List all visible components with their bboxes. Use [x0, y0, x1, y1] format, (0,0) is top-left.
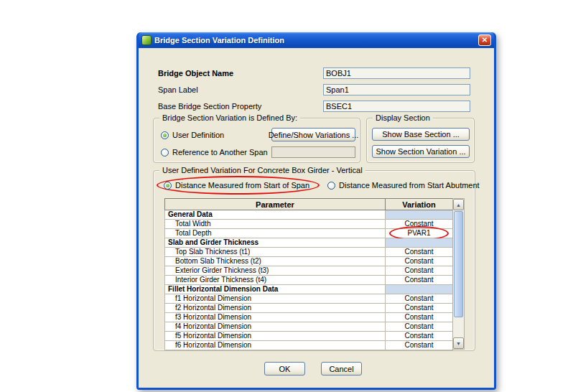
- show-base-section-button[interactable]: Show Base Section ...: [372, 128, 470, 141]
- group-display-section-title: Display Section: [373, 113, 433, 122]
- show-section-variation-button[interactable]: Show Section Variation ...: [372, 145, 470, 158]
- parameter-cell: f6 Horizontal Dimension: [165, 341, 386, 350]
- group-user-defined-variation: User Defined Variation For Concrete Box …: [153, 170, 475, 351]
- table-header-row: Parameter Variation: [165, 199, 453, 210]
- parameter-cell: Total Depth: [165, 229, 386, 238]
- scrollbar-down-icon[interactable]: ▼: [453, 337, 464, 349]
- variation-cell[interactable]: Constant: [386, 322, 453, 332]
- table-row[interactable]: f6 Horizontal DimensionConstant: [165, 341, 453, 350]
- table-row[interactable]: Exterior Girder Thickness (t3)Constant: [165, 266, 453, 276]
- group-user-defined-variation-title: User Defined Variation For Concrete Box …: [159, 166, 365, 174]
- field-row-base-section: Base Bridge Section Property BSEC1: [158, 101, 470, 112]
- radio-start-of-span-label: Distance Measured from Start of Span: [175, 181, 309, 190]
- parameter-cell: Bottom Slab Thickness (t2): [165, 257, 386, 266]
- cancel-button[interactable]: Cancel: [321, 362, 362, 375]
- table-scrollbar[interactable]: ▲ ▼: [452, 198, 465, 350]
- table-row[interactable]: f1 Horizontal DimensionConstant: [165, 294, 453, 304]
- radio-distance-start-of-span[interactable]: Distance Measured from Start of Span: [164, 181, 309, 190]
- variation-cell[interactable]: Constant: [386, 220, 453, 229]
- scrollbar-track[interactable]: [453, 318, 464, 337]
- table-row[interactable]: Slab and Girder Thickness: [165, 238, 453, 248]
- variation-cell[interactable]: Constant: [386, 332, 453, 341]
- table-row[interactable]: f2 Horizontal DimensionConstant: [165, 304, 453, 313]
- parameter-cell: Fillet Horizontal Dimension Data: [165, 285, 386, 294]
- base-bridge-section-property-field[interactable]: BSEC1: [323, 101, 470, 112]
- variation-cell[interactable]: [386, 285, 453, 294]
- parameter-cell: Interior Girder Thickness (t4): [165, 276, 386, 285]
- variation-cell[interactable]: Constant: [386, 304, 453, 313]
- radio-unchecked-icon: [161, 149, 169, 157]
- group-defined-by-title: Bridge Section Variation is Defined By:: [159, 113, 300, 122]
- bridge-object-name-label: Bridge Object Name: [158, 69, 233, 78]
- variation-cell[interactable]: Constant: [386, 248, 453, 257]
- reference-span-field[interactable]: [271, 146, 355, 158]
- define-show-variations-button[interactable]: Define/Show Variations ...: [271, 128, 355, 141]
- span-label-label: Span Label: [158, 85, 198, 94]
- table-row[interactable]: Total DepthPVAR1: [165, 229, 453, 238]
- variation-table: Parameter Variation General DataTotal Wi…: [164, 198, 453, 350]
- group-defined-by: Bridge Section Variation is Defined By: …: [153, 118, 360, 163]
- radio-unchecked-icon: [327, 182, 335, 190]
- variation-cell[interactable]: [386, 238, 453, 248]
- parameter-cell: f2 Horizontal Dimension: [165, 304, 386, 313]
- variation-cell[interactable]: [386, 210, 453, 220]
- field-row-bridge-object-name: Bridge Object Name BOBJ1: [158, 67, 470, 79]
- radio-reference-to-another-span[interactable]: Reference to Another Span: [161, 148, 268, 157]
- table-row[interactable]: Interior Girder Thickness (t4)Constant: [165, 276, 453, 285]
- variation-cell[interactable]: Constant: [386, 341, 453, 350]
- window-title: Bridge Section Variation Definition: [154, 36, 475, 45]
- span-label-field[interactable]: Span1: [323, 84, 470, 95]
- parameter-cell: Slab and Girder Thickness: [165, 238, 386, 248]
- parameter-cell: General Data: [165, 210, 386, 220]
- table-row[interactable]: General Data: [165, 210, 453, 220]
- variation-cell[interactable]: Constant: [386, 257, 453, 266]
- variation-cell[interactable]: Constant: [386, 313, 453, 322]
- radio-checked-icon: [164, 182, 172, 190]
- group-display-section: Display Section Show Base Section ... Sh…: [366, 118, 475, 163]
- app-icon: [141, 35, 152, 45]
- field-row-span-label: Span Label Span1: [158, 84, 470, 95]
- variation-cell[interactable]: PVAR1: [386, 229, 453, 238]
- dialog-window: Bridge Section Variation Definition ✕ Br…: [136, 32, 496, 390]
- radio-start-abutment-label: Distance Measured from Start Abutment: [339, 181, 480, 190]
- parameter-cell: Exterior Girder Thickness (t3): [165, 266, 386, 276]
- table-row[interactable]: Top Slab Thickness (t1)Constant: [165, 248, 453, 257]
- scrollbar-up-icon[interactable]: ▲: [453, 199, 464, 210]
- titlebar[interactable]: Bridge Section Variation Definition ✕: [139, 32, 494, 48]
- variation-cell[interactable]: Constant: [386, 294, 453, 304]
- parameter-column-header: Parameter: [165, 199, 386, 210]
- variation-cell[interactable]: Constant: [386, 276, 453, 285]
- table-row[interactable]: Total WidthConstant: [165, 220, 453, 229]
- radio-checked-icon: [161, 131, 169, 139]
- parameter-cell: f5 Horizontal Dimension: [165, 332, 386, 341]
- radio-distance-start-abutment[interactable]: Distance Measured from Start Abutment: [327, 181, 480, 190]
- table-row[interactable]: f5 Horizontal DimensionConstant: [165, 332, 453, 341]
- variation-cell[interactable]: Constant: [386, 266, 453, 276]
- parameter-cell: f1 Horizontal Dimension: [165, 294, 386, 304]
- table-row[interactable]: Bottom Slab Thickness (t2)Constant: [165, 257, 453, 266]
- parameter-cell: Total Width: [165, 220, 386, 229]
- table-row[interactable]: Fillet Horizontal Dimension Data: [165, 285, 453, 294]
- variation-table-body: General DataTotal WidthConstantTotal Dep…: [165, 210, 453, 350]
- parameter-cell: f3 Horizontal Dimension: [165, 313, 386, 322]
- table-row[interactable]: f4 Horizontal DimensionConstant: [165, 322, 453, 332]
- parameter-cell: Top Slab Thickness (t1): [165, 248, 386, 257]
- radio-reference-label: Reference to Another Span: [172, 148, 268, 157]
- base-bridge-section-property-label: Base Bridge Section Property: [158, 102, 261, 111]
- parameter-cell: f4 Horizontal Dimension: [165, 322, 386, 332]
- scrollbar-thumb[interactable]: [454, 211, 463, 317]
- bridge-object-name-field[interactable]: BOBJ1: [323, 67, 470, 79]
- radio-user-definition[interactable]: User Definition: [161, 131, 224, 139]
- page-background: { "window": { "title": "Bridge Section V…: [0, 0, 573, 392]
- ok-button[interactable]: OK: [264, 362, 305, 375]
- variation-column-header: Variation: [386, 199, 453, 210]
- table-row[interactable]: f3 Horizontal DimensionConstant: [165, 313, 453, 322]
- dialog-content: Bridge Object Name BOBJ1 Span Label Span…: [139, 48, 494, 388]
- close-button[interactable]: ✕: [478, 34, 491, 46]
- radio-user-definition-label: User Definition: [172, 131, 224, 139]
